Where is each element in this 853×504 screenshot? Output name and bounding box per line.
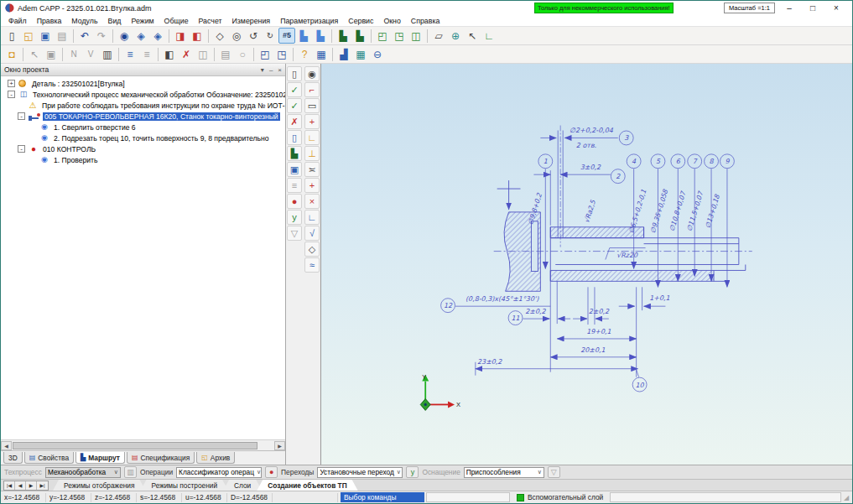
pointer-save-icon[interactable]: ↖ (26, 46, 43, 62)
tree-node-operation-005[interactable]: - 005 ТОКАРНО-РЕВОЛЬВЕРНАЯ 16К20, Станок… (1, 111, 285, 122)
menu-parametrization[interactable]: Параметризация (275, 17, 343, 25)
clock-icon[interactable]: ○ (234, 46, 251, 62)
export-window1-icon[interactable]: ◰ (257, 46, 273, 62)
step-profile-icon[interactable]: ⌐ (304, 82, 320, 97)
open-folder-icon[interactable]: ◱ (20, 28, 37, 44)
spline-icon[interactable]: ≈ (304, 257, 320, 273)
confirm-icon[interactable]: ✓ (287, 82, 302, 97)
maximize-button[interactable]: □ (801, 3, 824, 13)
save-multi-icon[interactable]: ▣ (287, 162, 302, 177)
menu-measure[interactable]: Измерения (227, 17, 276, 25)
redo-icon[interactable]: ↷ (93, 28, 110, 44)
filter-funnel-button[interactable]: ▽ (548, 466, 560, 478)
stamp-press-icon[interactable]: ▙ (295, 28, 312, 44)
menu-window[interactable]: Окно (378, 17, 405, 25)
move-object-icon[interactable]: ◨ (172, 28, 189, 44)
expander-icon[interactable]: - (8, 91, 15, 98)
tree-node-step-1[interactable]: ◉ 1. Сверлить отверстие 6 (1, 122, 285, 132)
delete-x-icon[interactable]: ✗ (178, 46, 195, 62)
pointer-select-icon[interactable]: ↖ (464, 28, 481, 44)
tree-node-safety[interactable]: ⚠ При работе соблюдать требования инстру… (1, 100, 285, 111)
tab-create-tp-objects[interactable]: Создание объектов ТП (257, 480, 357, 491)
menu-module[interactable]: Модуль (66, 17, 102, 25)
menu-edit[interactable]: Правка (32, 17, 67, 25)
window-view2-icon[interactable]: ◳ (391, 28, 408, 44)
close-button[interactable]: × (824, 3, 848, 13)
tab-properties[interactable]: ▤Свойства (24, 452, 74, 464)
last-tab-icon[interactable]: ▶| (37, 481, 48, 490)
horizontal-scrollbar[interactable]: ◀ ▶ (1, 439, 285, 450)
tab-display-modes[interactable]: Режимы отображения (53, 480, 145, 491)
menu-mode[interactable]: Режим (126, 17, 159, 25)
menu-view[interactable]: Вид (103, 17, 127, 25)
sheet-icon[interactable]: ▱ (430, 28, 447, 44)
undo-icon[interactable]: ↶ (76, 28, 93, 44)
menu-common[interactable]: Общие (159, 17, 194, 25)
new-document-icon[interactable]: ▯ (3, 28, 20, 44)
stamp-apply-icon[interactable]: ▙ (335, 28, 351, 44)
sheet-add-icon[interactable]: ▯ (287, 130, 302, 145)
tab-construction-modes[interactable]: Режимы построений (140, 480, 228, 491)
scroll-right-icon[interactable]: ▶ (274, 441, 285, 450)
expander-icon[interactable]: - (18, 145, 25, 153)
monitor-icon[interactable]: ◧ (161, 46, 178, 62)
axis-cross-icon[interactable]: + (304, 178, 320, 193)
chart-columns-icon[interactable]: ▟ (335, 46, 352, 62)
tree-node-step-2[interactable]: ◉ 2. Подрезать торец 10, точить поверхно… (1, 132, 285, 143)
menu-file[interactable]: Файл (3, 17, 32, 25)
copy-object-icon[interactable]: ◧ (189, 28, 205, 44)
minimize-button[interactable]: – (778, 3, 801, 13)
panel-minimize-icon[interactable]: – (269, 66, 273, 74)
lock-key-icon[interactable]: ◘ (3, 46, 20, 62)
snap-nodes-icon[interactable]: ◈ (149, 28, 166, 44)
apply-y-icon[interactable]: у (287, 210, 302, 225)
tab-3d[interactable]: 3D (3, 452, 23, 464)
prev-tab-icon[interactable]: ◀ (15, 481, 26, 490)
help-grid-icon[interactable]: ? (296, 46, 313, 62)
resize-grip-icon[interactable]: ◢ (844, 494, 852, 501)
rotate-left-icon[interactable]: ↺ (245, 28, 262, 44)
crosshair-icon[interactable]: + (304, 114, 320, 129)
sphere-mesh-icon[interactable]: ⊕ (447, 28, 464, 44)
grid-snap-toggle[interactable]: #5 (278, 28, 295, 44)
tab-archive[interactable]: ◱Архив (196, 452, 235, 464)
ruler-icon[interactable]: ▭ (304, 98, 320, 113)
panel-pin-icon[interactable]: ▾ (261, 66, 264, 74)
zoom-select-icon[interactable]: ◉ (116, 28, 133, 44)
window-view3-icon[interactable]: ◫ (408, 28, 424, 44)
menu-help[interactable]: Справка (406, 17, 445, 25)
snap-points-icon[interactable]: ◈ (133, 28, 149, 44)
tab-layers[interactable]: Слои (223, 480, 262, 491)
menu-calc[interactable]: Расчет (194, 17, 227, 25)
perpendicular-icon[interactable]: ⊥ (304, 146, 320, 161)
techprocess-options-button[interactable]: ▥ (124, 466, 137, 478)
expander-icon[interactable]: + (8, 80, 15, 87)
equipment-combo[interactable]: Приспособления ∨ (464, 467, 544, 478)
operations-combo[interactable]: Классификатор операц ∨ (176, 467, 262, 478)
filter-funnel-icon[interactable]: ▽ (287, 226, 302, 241)
fit-dim-icon[interactable]: ≍ (304, 162, 320, 177)
doc-n-icon[interactable]: N (65, 46, 82, 62)
target-point-icon[interactable]: ◉ (304, 66, 320, 81)
tree-node-step-check[interactable]: ◉ 1. Проверить (1, 154, 285, 165)
angle-dim-icon[interactable]: ∟ (304, 210, 320, 225)
cube-3d-icon[interactable]: ◇ (304, 242, 320, 257)
drawing-canvas[interactable]: 1 2 3 4 5 6 7 8 9 10 11 12 ∅2+0,2-0,04 2… (320, 64, 852, 465)
tree-node-operation-010[interactable]: - ● 010 КОНТРОЛЬ (1, 143, 285, 154)
solid-cube-icon[interactable]: ◇ (211, 28, 228, 44)
panel-close-icon[interactable]: × (278, 66, 282, 74)
first-tab-icon[interactable]: |◀ (4, 481, 15, 490)
diag-cross-icon[interactable]: × (304, 194, 320, 209)
record-icon[interactable]: ● (287, 194, 302, 209)
stamp-apply2-icon[interactable]: ▙ (351, 28, 368, 44)
tree-node-process[interactable]: - ◫ Технологический процесс механической… (1, 89, 285, 100)
window-view1-icon[interactable]: ◰ (374, 28, 391, 44)
save-icon[interactable]: ▣ (37, 28, 54, 44)
copy-pages-icon[interactable]: ◫ (195, 46, 211, 62)
record-operation-button[interactable]: ● (265, 466, 278, 478)
corner-dim-icon[interactable]: ∟ (304, 130, 320, 145)
apply-transition-button[interactable]: у (406, 466, 419, 478)
command-input-field[interactable] (426, 492, 510, 502)
list-gray-icon[interactable]: ≡ (287, 178, 302, 193)
export-window2-icon[interactable]: ◳ (273, 46, 290, 62)
